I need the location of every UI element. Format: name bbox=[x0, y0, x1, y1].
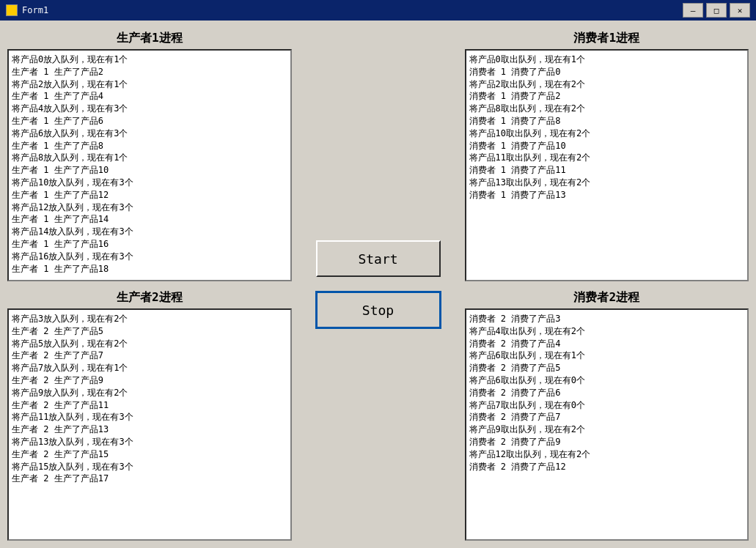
start-button[interactable]: Start bbox=[316, 240, 441, 277]
consumer2-title: 消费者2进程 bbox=[465, 287, 749, 308]
app-icon bbox=[6, 4, 18, 16]
window-title: Form1 bbox=[22, 5, 48, 15]
producer2-title: 生产者2进程 bbox=[7, 287, 292, 308]
producer2-textarea[interactable]: 将产品3放入队列，现在有2个 生产者 2 生产了产品5 将产品5放入队列，现在有… bbox=[7, 308, 292, 541]
consumer1-title: 消费者1进程 bbox=[465, 28, 749, 49]
middle-controls: Start Stop bbox=[298, 28, 459, 541]
title-bar-controls: — □ ✕ bbox=[683, 3, 750, 18]
maximize-button[interactable]: □ bbox=[706, 3, 727, 18]
producer1-panel: 生产者1进程 将产品0放入队列，现在有1个 生产者 1 生产了产品2 将产品2放… bbox=[7, 28, 292, 281]
consumer2-panel: 消费者2进程 消费者 2 消费了产品3 将产品4取出队列，现在有2个 消费者 2… bbox=[465, 287, 749, 541]
main-content: 生产者1进程 将产品0放入队列，现在有1个 生产者 1 生产了产品2 将产品2放… bbox=[0, 21, 756, 548]
stop-button[interactable]: Stop bbox=[316, 292, 441, 328]
consumer1-panel: 消费者1进程 将产品0取出队列，现在有1个 消费者 1 消费了产品0 将产品2取… bbox=[465, 28, 749, 281]
producer2-panel: 生产者2进程 将产品3放入队列，现在有2个 生产者 2 生产了产品5 将产品5放… bbox=[7, 287, 292, 541]
consumer2-textarea[interactable]: 消费者 2 消费了产品3 将产品4取出队列，现在有2个 消费者 2 消费了产品4… bbox=[465, 308, 749, 541]
producer1-title: 生产者1进程 bbox=[7, 28, 292, 49]
close-button[interactable]: ✕ bbox=[730, 3, 750, 18]
minimize-button[interactable]: — bbox=[683, 3, 703, 18]
title-bar: Form1 — □ ✕ bbox=[0, 0, 756, 21]
title-bar-left: Form1 bbox=[6, 4, 48, 16]
producer1-textarea[interactable]: 将产品0放入队列，现在有1个 生产者 1 生产了产品2 将产品2放入队列，现在有… bbox=[7, 49, 292, 281]
consumer1-textarea[interactable]: 将产品0取出队列，现在有1个 消费者 1 消费了产品0 将产品2取出队列，现在有… bbox=[465, 49, 749, 281]
